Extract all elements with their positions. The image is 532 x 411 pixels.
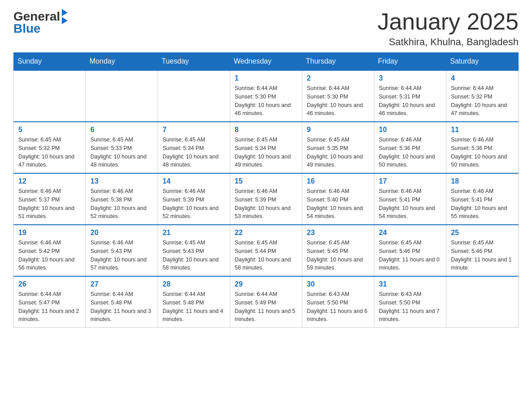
calendar-cell: 29Sunrise: 6:44 AM Sunset: 5:49 PM Dayli… [230, 276, 302, 328]
calendar-cell: 30Sunrise: 6:43 AM Sunset: 5:50 PM Dayli… [302, 276, 374, 328]
calendar-cell: 22Sunrise: 6:45 AM Sunset: 5:44 PM Dayli… [230, 225, 302, 276]
calendar-cell: 31Sunrise: 6:43 AM Sunset: 5:50 PM Dayli… [374, 276, 446, 328]
day-number: 1 [235, 74, 297, 82]
day-info: Sunrise: 6:44 AM Sunset: 5:32 PM Dayligh… [451, 84, 514, 118]
weekday-header-wednesday: Wednesday [230, 53, 302, 71]
calendar-cell: 11Sunrise: 6:46 AM Sunset: 5:36 PM Dayli… [446, 122, 519, 173]
day-info: Sunrise: 6:46 AM Sunset: 5:43 PM Dayligh… [90, 239, 153, 272]
day-number: 24 [379, 229, 442, 237]
day-info: Sunrise: 6:46 AM Sunset: 5:39 PM Dayligh… [235, 187, 297, 221]
day-number: 6 [90, 126, 153, 134]
day-info: Sunrise: 6:46 AM Sunset: 5:40 PM Dayligh… [307, 187, 369, 221]
calendar-table: SundayMondayTuesdayWednesdayThursdayFrid… [13, 52, 519, 328]
day-number: 14 [163, 177, 225, 185]
day-number: 17 [379, 177, 442, 185]
day-number: 9 [307, 126, 369, 134]
day-info: Sunrise: 6:44 AM Sunset: 5:47 PM Dayligh… [18, 290, 81, 324]
day-number: 19 [18, 229, 81, 237]
calendar-cell: 13Sunrise: 6:46 AM Sunset: 5:38 PM Dayli… [86, 173, 158, 225]
calendar-cell: 20Sunrise: 6:46 AM Sunset: 5:43 PM Dayli… [86, 225, 158, 276]
day-info: Sunrise: 6:45 AM Sunset: 5:46 PM Dayligh… [379, 239, 442, 272]
calendar-cell: 26Sunrise: 6:44 AM Sunset: 5:47 PM Dayli… [14, 276, 86, 328]
day-info: Sunrise: 6:44 AM Sunset: 5:30 PM Dayligh… [235, 84, 297, 118]
day-info: Sunrise: 6:46 AM Sunset: 5:41 PM Dayligh… [451, 187, 514, 221]
day-number: 18 [451, 177, 514, 185]
calendar-cell: 24Sunrise: 6:45 AM Sunset: 5:46 PM Dayli… [374, 225, 446, 276]
day-number: 30 [307, 280, 369, 288]
weekday-header-friday: Friday [374, 53, 446, 71]
weekday-header-tuesday: Tuesday [158, 53, 230, 71]
calendar-cell: 6Sunrise: 6:45 AM Sunset: 5:33 PM Daylig… [86, 122, 158, 173]
day-info: Sunrise: 6:45 AM Sunset: 5:33 PM Dayligh… [90, 136, 153, 169]
calendar-cell: 1Sunrise: 6:44 AM Sunset: 5:30 PM Daylig… [230, 70, 302, 122]
day-info: Sunrise: 6:46 AM Sunset: 5:36 PM Dayligh… [451, 136, 514, 169]
weekday-header-thursday: Thursday [302, 53, 374, 71]
day-info: Sunrise: 6:45 AM Sunset: 5:34 PM Dayligh… [235, 136, 297, 169]
day-info: Sunrise: 6:46 AM Sunset: 5:42 PM Dayligh… [18, 239, 81, 272]
day-info: Sunrise: 6:46 AM Sunset: 5:41 PM Dayligh… [379, 187, 442, 221]
calendar-cell: 27Sunrise: 6:44 AM Sunset: 5:48 PM Dayli… [86, 276, 158, 328]
calendar-cell: 4Sunrise: 6:44 AM Sunset: 5:32 PM Daylig… [446, 70, 519, 122]
week-row-5: 26Sunrise: 6:44 AM Sunset: 5:47 PM Dayli… [14, 276, 519, 328]
title-block: January 2025 Satkhira, Khulna, Banglades… [378, 9, 519, 48]
day-number: 27 [90, 280, 153, 288]
week-row-4: 19Sunrise: 6:46 AM Sunset: 5:42 PM Dayli… [14, 225, 519, 276]
day-number: 26 [18, 280, 81, 288]
day-info: Sunrise: 6:44 AM Sunset: 5:49 PM Dayligh… [235, 290, 297, 324]
day-info: Sunrise: 6:46 AM Sunset: 5:36 PM Dayligh… [379, 136, 442, 169]
day-info: Sunrise: 6:45 AM Sunset: 5:45 PM Dayligh… [307, 239, 369, 272]
weekday-header-saturday: Saturday [446, 53, 519, 71]
calendar-cell: 21Sunrise: 6:45 AM Sunset: 5:43 PM Dayli… [158, 225, 230, 276]
day-number: 22 [235, 229, 297, 237]
day-number: 2 [307, 74, 369, 82]
day-info: Sunrise: 6:46 AM Sunset: 5:38 PM Dayligh… [90, 187, 153, 221]
calendar-cell: 5Sunrise: 6:45 AM Sunset: 5:32 PM Daylig… [14, 122, 86, 173]
day-info: Sunrise: 6:44 AM Sunset: 5:31 PM Dayligh… [379, 84, 442, 118]
calendar-cell: 17Sunrise: 6:46 AM Sunset: 5:41 PM Dayli… [374, 173, 446, 225]
week-row-3: 12Sunrise: 6:46 AM Sunset: 5:37 PM Dayli… [14, 173, 519, 225]
day-info: Sunrise: 6:46 AM Sunset: 5:39 PM Dayligh… [163, 187, 225, 221]
calendar-cell: 23Sunrise: 6:45 AM Sunset: 5:45 PM Dayli… [302, 225, 374, 276]
calendar-cell: 14Sunrise: 6:46 AM Sunset: 5:39 PM Dayli… [158, 173, 230, 225]
day-number: 16 [307, 177, 369, 185]
day-info: Sunrise: 6:43 AM Sunset: 5:50 PM Dayligh… [379, 290, 442, 324]
logo-blue-text: Blue [13, 22, 41, 35]
day-number: 12 [18, 177, 81, 185]
day-info: Sunrise: 6:44 AM Sunset: 5:48 PM Dayligh… [163, 290, 225, 324]
logo-general-text: General [13, 10, 60, 23]
day-number: 11 [451, 126, 514, 134]
calendar-subtitle: Satkhira, Khulna, Bangladesh [378, 36, 519, 48]
calendar-title: January 2025 [378, 9, 519, 34]
calendar-cell: 7Sunrise: 6:45 AM Sunset: 5:34 PM Daylig… [158, 122, 230, 173]
weekday-header-sunday: Sunday [14, 53, 86, 71]
weekday-header-row: SundayMondayTuesdayWednesdayThursdayFrid… [14, 53, 519, 71]
day-number: 23 [307, 229, 369, 237]
day-number: 5 [18, 126, 81, 134]
day-info: Sunrise: 6:46 AM Sunset: 5:37 PM Dayligh… [18, 187, 81, 221]
week-row-1: 1Sunrise: 6:44 AM Sunset: 5:30 PM Daylig… [14, 70, 519, 122]
day-info: Sunrise: 6:45 AM Sunset: 5:43 PM Dayligh… [163, 239, 225, 272]
day-number: 13 [90, 177, 153, 185]
day-info: Sunrise: 6:43 AM Sunset: 5:50 PM Dayligh… [307, 290, 369, 324]
day-info: Sunrise: 6:45 AM Sunset: 5:44 PM Dayligh… [235, 239, 297, 272]
calendar-cell: 15Sunrise: 6:46 AM Sunset: 5:39 PM Dayli… [230, 173, 302, 225]
day-number: 8 [235, 126, 297, 134]
page-header: General Blue January 2025 Satkhira, Khul… [13, 9, 519, 48]
calendar-cell: 28Sunrise: 6:44 AM Sunset: 5:48 PM Dayli… [158, 276, 230, 328]
week-row-2: 5Sunrise: 6:45 AM Sunset: 5:32 PM Daylig… [14, 122, 519, 173]
calendar-cell [14, 70, 86, 122]
day-number: 20 [90, 229, 153, 237]
calendar-cell: 16Sunrise: 6:46 AM Sunset: 5:40 PM Dayli… [302, 173, 374, 225]
calendar-cell [86, 70, 158, 122]
calendar-cell: 12Sunrise: 6:46 AM Sunset: 5:37 PM Dayli… [14, 173, 86, 225]
day-number: 3 [379, 74, 442, 82]
calendar-cell: 18Sunrise: 6:46 AM Sunset: 5:41 PM Dayli… [446, 173, 519, 225]
logo: General Blue [13, 9, 68, 35]
day-number: 7 [163, 126, 225, 134]
calendar-cell: 19Sunrise: 6:46 AM Sunset: 5:42 PM Dayli… [14, 225, 86, 276]
day-number: 29 [235, 280, 297, 288]
calendar-cell: 3Sunrise: 6:44 AM Sunset: 5:31 PM Daylig… [374, 70, 446, 122]
day-info: Sunrise: 6:44 AM Sunset: 5:48 PM Dayligh… [90, 290, 153, 324]
day-info: Sunrise: 6:45 AM Sunset: 5:32 PM Dayligh… [18, 136, 81, 169]
calendar-cell: 25Sunrise: 6:45 AM Sunset: 5:46 PM Dayli… [446, 225, 519, 276]
